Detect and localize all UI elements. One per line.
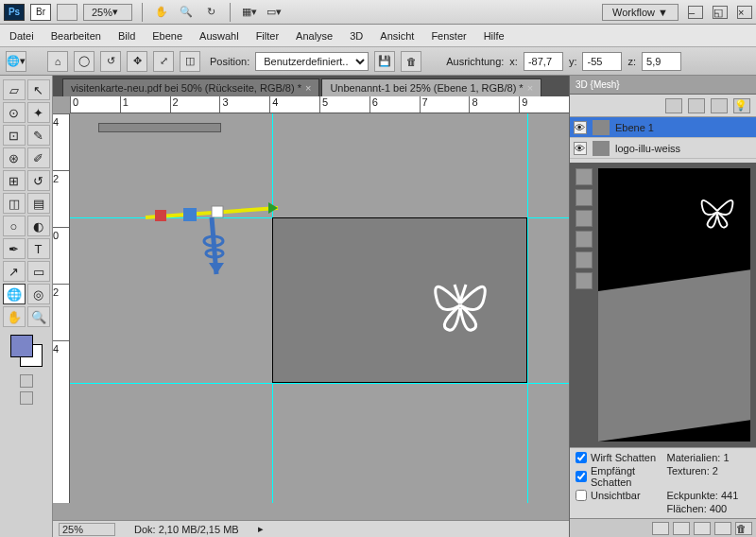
layer-row[interactable]: 👁 logo-illu-weiss [570,138,756,159]
3d-return-icon[interactable]: ↺ [100,51,121,72]
crop-tool[interactable]: ⊡ [3,125,26,146]
pen-tool[interactable]: ✒ [3,238,26,259]
3d-axis-widget-bar[interactable] [98,123,221,132]
document-tab-2[interactable]: Unbenannt-1 bei 25% (Ebene 1, RGB/8) *× [321,78,541,96]
bridge-icon[interactable]: Br [30,4,51,21]
close-icon[interactable]: × [527,82,533,94]
wand-tool[interactable]: ✦ [27,102,50,123]
workspace-dropdown[interactable]: Workflow ▼ [602,4,679,21]
3d-scale-icon[interactable]: ⤢ [153,51,174,72]
gradient-tool[interactable]: ▤ [27,193,50,214]
stamp-tool[interactable]: ⊞ [3,170,26,191]
3d-preview-image[interactable] [598,168,750,442]
shape-tool[interactable]: ▭ [27,261,50,282]
close-button[interactable]: × [737,6,752,19]
3d-tool-icon[interactable] [576,272,593,289]
visibility-icon[interactable]: 👁 [574,142,587,155]
guide-horizontal[interactable] [70,383,569,384]
path-tool[interactable]: ↗ [3,261,26,282]
shadow-receive-checkbox[interactable]: Empfängt Schatten [576,465,660,488]
canvas[interactable] [70,113,569,503]
tool-preset-icon[interactable]: 🌐▾ [6,51,26,72]
heal-tool[interactable]: ⊛ [3,147,26,168]
type-tool[interactable]: T [27,238,50,259]
hand-tool[interactable]: ✋ [3,306,26,327]
position-dropdown[interactable]: Benutzerdefiniert... [255,52,369,71]
minibridge-icon[interactable] [57,4,77,21]
rotate-view-icon[interactable]: ↻ [201,4,220,21]
guide-vertical[interactable] [527,113,528,503]
panel-action-icon[interactable] [652,522,669,535]
menu-bild[interactable]: Bild [118,30,135,42]
visibility-icon[interactable]: 👁 [574,121,587,134]
arrange-docs-icon[interactable]: ▦▾ [240,4,259,21]
trash-icon[interactable]: 🗑 [735,522,752,535]
menu-hilfe[interactable]: Hilfe [484,30,505,42]
minimize-button[interactable]: – [688,6,703,19]
3d-camera-tool[interactable]: ◎ [27,284,50,304]
menu-auswahl[interactable]: Auswahl [199,30,239,42]
eyedropper-tool[interactable]: ✎ [27,125,50,146]
canvas-area[interactable]: 0123456789 42024 [53,96,569,520]
3d-tool-icon[interactable] [576,231,593,248]
blur-tool[interactable]: ○ [3,216,26,236]
3d-orbit-icon[interactable]: ◯ [74,51,94,72]
save-position-icon[interactable]: 💾 [374,51,395,72]
quickmask-icon[interactable] [20,374,33,388]
menu-ebene[interactable]: Ebene [152,30,182,42]
mesh-filter-icon[interactable] [688,98,705,113]
hand-tool-icon[interactable]: ✋ [152,4,171,21]
panel-action-icon[interactable] [673,522,690,535]
invisible-checkbox[interactable]: Unsichtbar [576,490,660,501]
x-input[interactable] [524,52,563,71]
screenmode-icon[interactable] [20,391,33,405]
3d-tool-icon[interactable] [576,251,593,268]
3d-rotate-tool[interactable]: 🌐 [3,284,26,304]
delete-position-icon[interactable]: 🗑 [401,51,421,72]
screen-mode-icon[interactable]: ▭▾ [265,4,284,21]
panel-tab-3d[interactable]: 3D {Mesh} [570,76,756,95]
zoom-level-dropdown[interactable]: 25% ▾ [83,4,132,21]
y-input[interactable] [582,52,622,71]
new-icon[interactable] [714,522,731,535]
close-icon[interactable]: × [305,82,311,94]
restore-button[interactable]: ◱ [713,6,728,19]
zoom-tool-bottom[interactable]: 🔍 [27,306,50,327]
move-tool[interactable]: ▱ [3,79,26,100]
menu-filter[interactable]: Filter [256,30,279,42]
document-tabs: visitenkarte-neu.pdf bei 50% (Rückseite,… [53,76,569,96]
menu-analyse[interactable]: Analyse [296,30,333,42]
3d-tool-icon[interactable] [576,189,593,206]
shadow-cast-checkbox[interactable]: Wirft Schatten [576,452,660,463]
history-brush-tool[interactable]: ↺ [27,170,50,191]
lasso-tool[interactable]: ⊙ [3,102,26,123]
layer-row[interactable]: 👁 Ebene 1 [570,117,756,138]
3d-tool-icon[interactable] [576,168,593,185]
document-tab-1[interactable]: visitenkarte-neu.pdf bei 50% (Rückseite,… [62,78,319,96]
status-zoom[interactable]: 25% [59,523,115,536]
3d-axis-gizmo[interactable] [127,180,297,293]
menu-bearbeiten[interactable]: Bearbeiten [51,30,101,42]
z-input[interactable] [642,52,681,71]
3d-move-icon[interactable]: ✥ [127,51,147,72]
panel-action-icon[interactable] [694,522,711,535]
color-swatch[interactable] [10,335,43,367]
menu-fenster[interactable]: Fenster [431,30,466,42]
brush-tool[interactable]: ✐ [27,147,50,168]
photoshop-icon[interactable]: Ps [4,4,25,21]
status-arrow-icon[interactable]: ▸ [258,523,264,535]
light-filter-icon[interactable]: 💡 [733,98,750,113]
scene-filter-icon[interactable] [665,98,682,113]
menu-datei[interactable]: Datei [9,30,34,42]
3d-tool-icon[interactable] [576,210,593,227]
eraser-tool[interactable]: ◫ [3,193,26,214]
menu-ansicht[interactable]: Ansicht [380,30,414,42]
dodge-tool[interactable]: ◐ [27,216,50,236]
3d-home-icon[interactable]: ⌂ [47,51,68,72]
material-filter-icon[interactable] [711,98,728,113]
zoom-tool-icon[interactable]: 🔍 [177,4,196,21]
artboard[interactable] [272,217,527,383]
3d-cube-icon[interactable]: ◫ [180,51,200,72]
marquee-tool[interactable]: ↖ [27,79,50,100]
menu-3d[interactable]: 3D [350,30,363,42]
